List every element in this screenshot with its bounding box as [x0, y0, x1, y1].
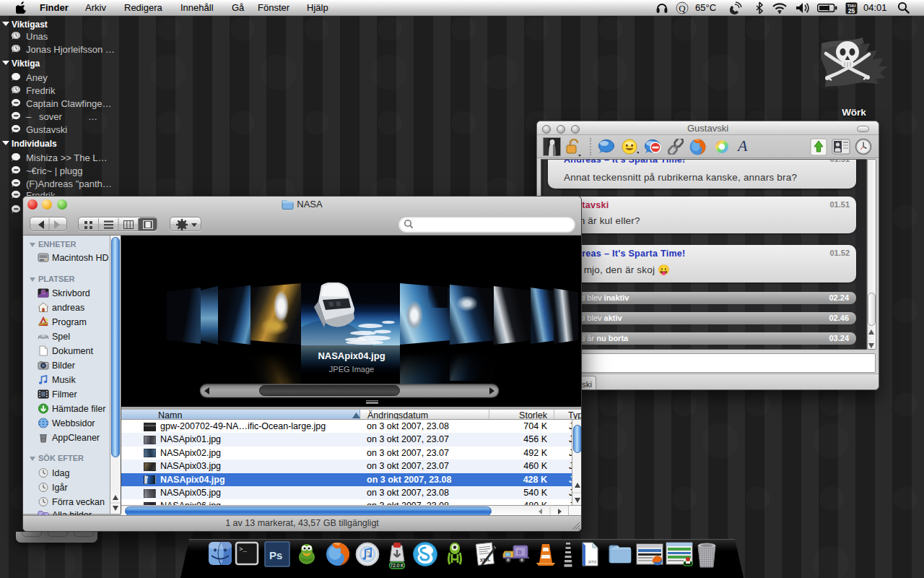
svg-text:Ps: Ps	[269, 549, 282, 561]
svg-text:D: D	[518, 550, 521, 555]
svg-text:72.0 K: 72.0 K	[391, 563, 404, 568]
svg-text:Q: Q	[679, 3, 686, 14]
svg-text:Wörk: Wörk	[842, 107, 866, 118]
svg-text:NASApix04.jpg: NASApix04.jpg	[318, 350, 385, 361]
svg-text:25: 25	[848, 7, 855, 14]
svg-text:>_: >_	[239, 546, 247, 553]
svg-text:RTF: RTF	[588, 560, 597, 564]
svg-text:JPEG Image: JPEG Image	[329, 365, 374, 374]
